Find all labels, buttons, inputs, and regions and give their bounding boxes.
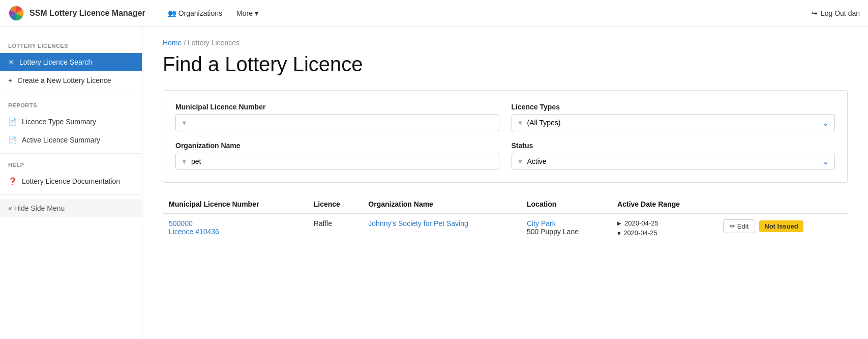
sidebar: LOTTERY LICENCES ✳ Lottery Licence Searc… xyxy=(0,26,142,339)
org-name-link[interactable]: Johnny's Society for Pet Saving xyxy=(368,219,468,228)
cell-org-name: Johnny's Society for Pet Saving xyxy=(362,214,521,242)
sidebar-divider-2 xyxy=(0,153,142,154)
location-name-link[interactable]: City Park xyxy=(527,219,556,228)
help-icon: ❓ xyxy=(8,177,17,185)
filter-icon-licence: ▼ xyxy=(181,119,188,127)
organizations-icon: 👥 xyxy=(168,9,176,17)
logout-button[interactable]: ↪ Log Out dan xyxy=(812,9,860,17)
col-actions xyxy=(717,195,848,214)
licence-number-link[interactable]: 500000 xyxy=(169,219,193,228)
col-location: Location xyxy=(521,195,611,214)
form-row-2: Organization Name ▼ Status ▼ Active Inac… xyxy=(175,142,835,170)
sidebar-label-lottery-documentation: Lottery Licence Documentation xyxy=(22,177,120,185)
start-date-row: ▶ 2020-04-25 xyxy=(617,219,711,227)
search-settings-icon: ✳ xyxy=(8,58,14,66)
hide-side-menu-button[interactable]: « Hide Side Menu xyxy=(0,199,142,217)
filter-icon-org: ▼ xyxy=(181,158,188,165)
table-row: 500000 Licence #10436 Raffle Johnny's So… xyxy=(163,214,848,242)
breadcrumb-separator: / xyxy=(184,39,186,47)
app-layout: LOTTERY LICENCES ✳ Lottery Licence Searc… xyxy=(0,26,868,339)
top-nav: SSM Lottery Licence Manager 👥 Organizati… xyxy=(0,0,868,26)
col-organization-name: Organization Name xyxy=(362,195,521,214)
breadcrumb-current: Lottery Licences xyxy=(188,39,240,47)
end-date: 2020-04-25 xyxy=(623,229,657,237)
chevron-down-icon: ▾ xyxy=(255,9,258,17)
edit-button[interactable]: ✏ Edit xyxy=(723,219,755,233)
document-icon-2: 📄 xyxy=(8,136,17,144)
logout-label: Log Out dan xyxy=(821,9,860,17)
sidebar-label-lottery-licence-search: Lottery Licence Search xyxy=(19,58,92,66)
sidebar-label-active-licence-summary: Active Licence Summary xyxy=(22,136,100,144)
form-group-status: Status ▼ Active Inactive All ⌄ xyxy=(512,142,835,170)
filter-icon-types: ▼ xyxy=(517,119,524,127)
action-cell: ✏ Edit Not Issued xyxy=(723,219,842,233)
licence-sub-link[interactable]: Licence #10436 xyxy=(169,228,219,236)
cell-location: City Park 500 Puppy Lane xyxy=(521,214,611,242)
status-label: Status xyxy=(512,142,835,150)
sidebar-section-help: HELP xyxy=(0,158,142,172)
status-select[interactable]: Active Inactive All xyxy=(512,153,835,170)
organizations-label: Organizations xyxy=(178,9,222,17)
sidebar-section-lottery-licences: LOTTERY LICENCES xyxy=(0,39,142,53)
col-active-date-range: Active Date Range xyxy=(611,195,717,214)
cell-date-range: ▶ 2020-04-25 ■ 2020-04-25 xyxy=(611,214,717,242)
form-group-municipal-licence-number: Municipal Licence Number ▼ xyxy=(175,103,499,131)
nav-organizations[interactable]: 👥 Organizations xyxy=(162,6,228,20)
play-icon: ▶ xyxy=(617,220,621,226)
location-address: 500 Puppy Lane xyxy=(527,228,579,236)
status-select-wrapper: ▼ Active Inactive All ⌄ xyxy=(512,153,835,170)
start-date: 2020-04-25 xyxy=(624,219,659,227)
municipal-licence-number-input-wrapper: ▼ xyxy=(175,114,499,131)
cell-licence-number: 500000 Licence #10436 xyxy=(163,214,308,242)
brand: SSM Lottery Licence Manager xyxy=(8,5,145,21)
cell-actions: ✏ Edit Not Issued xyxy=(717,214,848,242)
page-title: Find a Lottery Licence xyxy=(163,53,848,76)
logout-icon: ↪ xyxy=(812,9,818,17)
organization-name-input[interactable] xyxy=(176,153,499,170)
organization-name-input-wrapper: ▼ xyxy=(175,153,499,170)
breadcrumb-home[interactable]: Home xyxy=(163,39,182,47)
breadcrumb: Home / Lottery Licences xyxy=(163,39,848,47)
search-form: Municipal Licence Number ▼ Licence Types… xyxy=(163,90,848,183)
sidebar-label-licence-type-summary: Licence Type Summary xyxy=(22,118,96,126)
table-body: 500000 Licence #10436 Raffle Johnny's So… xyxy=(163,214,848,242)
sidebar-label-create-lottery-licence: Create a New Lottery Licence xyxy=(17,76,111,84)
licence-types-select[interactable]: (All Types) Raffle Bingo Break Open Tick… xyxy=(512,115,835,131)
edit-label: Edit xyxy=(737,222,749,230)
sidebar-item-active-licence-summary[interactable]: 📄 Active Licence Summary xyxy=(0,131,142,149)
cell-licence-type: Raffle xyxy=(308,214,363,242)
sidebar-item-licence-type-summary[interactable]: 📄 Licence Type Summary xyxy=(0,112,142,131)
sidebar-item-lottery-documentation[interactable]: ❓ Lottery Licence Documentation xyxy=(0,172,142,190)
app-title: SSM Lottery Licence Manager xyxy=(29,9,145,18)
main-content: Home / Lottery Licences Find a Lottery L… xyxy=(142,26,868,339)
table-header-row: Municipal Licence Number Licence Organiz… xyxy=(163,195,848,214)
stop-icon: ■ xyxy=(617,230,620,236)
app-logo xyxy=(8,5,24,21)
end-date-row: ■ 2020-04-25 xyxy=(617,229,711,237)
filter-icon-status: ▼ xyxy=(517,158,524,165)
form-group-organization-name: Organization Name ▼ xyxy=(175,142,499,170)
form-group-licence-types: Licence Types ▼ (All Types) Raffle Bingo… xyxy=(512,103,835,131)
col-licence: Licence xyxy=(308,195,363,214)
form-row-1: Municipal Licence Number ▼ Licence Types… xyxy=(175,103,835,131)
document-icon-1: 📄 xyxy=(8,118,17,126)
col-municipal-licence-number: Municipal Licence Number xyxy=(163,195,308,214)
table-header: Municipal Licence Number Licence Organiz… xyxy=(163,195,848,214)
municipal-licence-number-input[interactable] xyxy=(176,115,499,131)
sidebar-divider-3 xyxy=(0,194,142,195)
pencil-icon: ✏ xyxy=(730,222,735,230)
nav-links: 👥 Organizations More ▾ xyxy=(162,6,264,20)
municipal-licence-number-label: Municipal Licence Number xyxy=(175,103,499,111)
sidebar-item-create-lottery-licence[interactable]: + Create a New Lottery Licence xyxy=(0,71,142,90)
nav-more[interactable]: More ▾ xyxy=(230,6,264,20)
plus-icon: + xyxy=(8,76,12,84)
sidebar-item-lottery-licence-search[interactable]: ✳ Lottery Licence Search xyxy=(0,53,142,71)
status-badge-not-issued: Not Issued xyxy=(759,220,803,232)
date-range: ▶ 2020-04-25 ■ 2020-04-25 xyxy=(617,219,711,237)
sidebar-section-reports: REPORTS xyxy=(0,98,142,112)
hide-menu-label: « Hide Side Menu xyxy=(8,204,65,212)
more-label: More xyxy=(236,9,253,17)
licence-types-label: Licence Types xyxy=(512,103,835,111)
results-table: Municipal Licence Number Licence Organiz… xyxy=(163,195,848,242)
organization-name-label: Organization Name xyxy=(175,142,499,150)
